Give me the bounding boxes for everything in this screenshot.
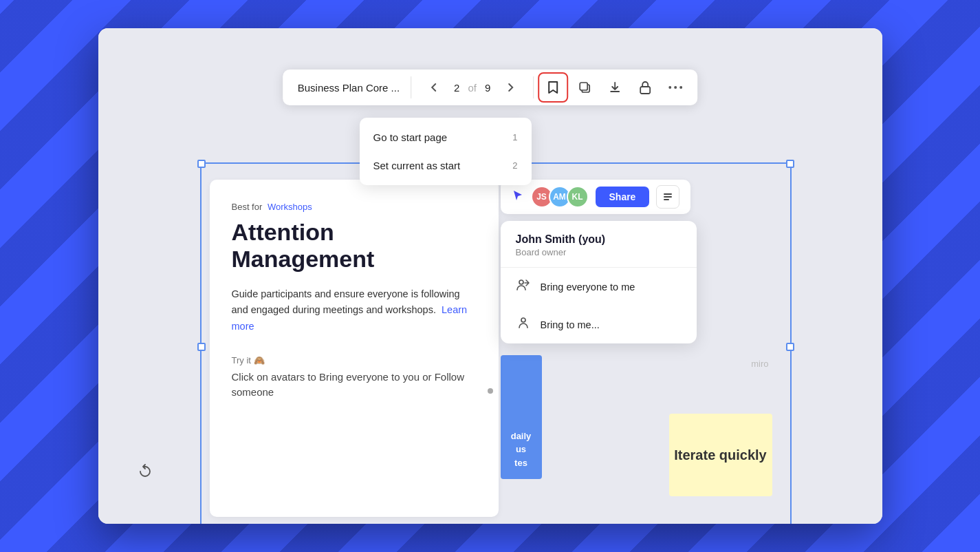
svg-point-4	[674, 86, 677, 89]
presentation-title: Business Plan Core ...	[290, 82, 408, 94]
card-try-label: Try it 🙈	[232, 355, 477, 365]
bring-everyone-action[interactable]: Bring everyone to me	[501, 268, 697, 306]
share-button[interactable]: Share	[596, 187, 650, 207]
svg-rect-7	[664, 196, 672, 198]
avatar-3[interactable]: KL	[567, 186, 589, 208]
set-current-start-item[interactable]: Set current as start 2	[360, 151, 532, 180]
bring-to-me-action[interactable]: Bring to me...	[501, 306, 697, 343]
svg-point-9	[519, 280, 523, 284]
prev-page-button[interactable]	[418, 72, 448, 103]
notes-icon	[662, 191, 673, 202]
sticky-blue-text: daily us tes	[511, 429, 532, 470]
card-instruction: Click on avatars to Bring everyone to yo…	[232, 370, 477, 401]
set-current-start-label: Set current as start	[373, 160, 461, 171]
svg-point-5	[679, 86, 682, 89]
page-total: 9	[482, 82, 493, 94]
handle-mid-right[interactable]	[786, 343, 794, 351]
user-dropdown: John Smith (you) Board owner Bring every…	[501, 221, 697, 343]
handle-mid-left[interactable]	[197, 343, 206, 351]
card-description: Guide participants and ensure everyone i…	[232, 286, 477, 335]
tag-link[interactable]: Workshops	[268, 202, 312, 212]
bring-everyone-icon	[516, 277, 531, 296]
copy-icon	[578, 81, 591, 94]
page-nav: 2 of 9	[414, 72, 530, 103]
miro-logo: miro	[751, 359, 768, 369]
sticky-blue-note: daily us tes	[501, 355, 542, 479]
user-role: Board owner	[516, 247, 682, 257]
sticky-yellow-note: Iterate quickly	[669, 414, 772, 496]
more-options-button[interactable]	[660, 72, 690, 103]
lock-button[interactable]	[630, 72, 660, 103]
handle-top-left[interactable]	[197, 160, 206, 168]
toolbar: Business Plan Core ... 2 of 9	[283, 70, 698, 105]
handle-top-right[interactable]	[786, 160, 794, 168]
user-info: John Smith (you) Board owner	[501, 221, 697, 268]
pagination	[488, 384, 493, 396]
tag-prefix: Best for	[232, 202, 263, 212]
avatars-group: JS AM KL	[531, 186, 589, 208]
svg-rect-6	[664, 193, 672, 195]
goto-start-label: Go to start page	[373, 131, 448, 143]
divider-2	[533, 76, 534, 98]
svg-rect-1	[580, 83, 587, 90]
main-content-card: Best for Workshops Attention Management …	[210, 180, 499, 517]
bookmark-dropdown: Go to start page 1 Set current as start …	[360, 118, 532, 185]
notes-button[interactable]	[656, 185, 679, 209]
card-desc-text: Guide participants and ensure everyone i…	[232, 288, 460, 315]
goto-start-item[interactable]: Go to start page 1	[360, 123, 532, 151]
share-toolbar: JS AM KL Share	[501, 180, 691, 214]
chevron-left-icon	[430, 83, 437, 92]
pagination-dot	[488, 388, 493, 394]
bookmark-button[interactable]	[538, 72, 568, 103]
goto-start-num: 1	[512, 132, 517, 142]
bring-to-me-icon	[516, 315, 531, 334]
page-separator: of	[465, 82, 479, 94]
chevron-right-icon	[508, 83, 514, 92]
svg-rect-2	[640, 87, 650, 94]
cursor-icon	[512, 189, 524, 205]
reset-button[interactable]	[134, 460, 156, 482]
copy-button[interactable]	[569, 72, 600, 103]
svg-point-10	[521, 318, 525, 322]
download-icon	[608, 81, 622, 94]
svg-rect-8	[664, 199, 669, 200]
bring-everyone-label: Bring everyone to me	[541, 282, 635, 293]
reset-icon	[138, 464, 153, 479]
bring-to-me-label: Bring to me...	[541, 319, 600, 330]
set-current-start-num: 2	[512, 160, 517, 171]
download-button[interactable]	[600, 72, 630, 103]
user-name: John Smith (you)	[516, 233, 682, 246]
sticky-yellow-text: Iterate quickly	[674, 446, 767, 464]
next-page-button[interactable]	[496, 72, 526, 103]
lock-icon	[639, 81, 651, 94]
svg-point-3	[668, 86, 671, 89]
card-title: Attention Management	[232, 219, 477, 273]
divider-1	[411, 76, 411, 98]
main-window: Business Plan Core ... 2 of 9	[98, 28, 882, 524]
bookmark-icon	[547, 80, 559, 95]
page-number: 2	[451, 82, 462, 94]
more-icon	[668, 85, 682, 89]
right-panel: JS AM KL Share John Smith (you) Board ow…	[501, 180, 783, 343]
card-tag: Best for Workshops	[232, 202, 477, 212]
